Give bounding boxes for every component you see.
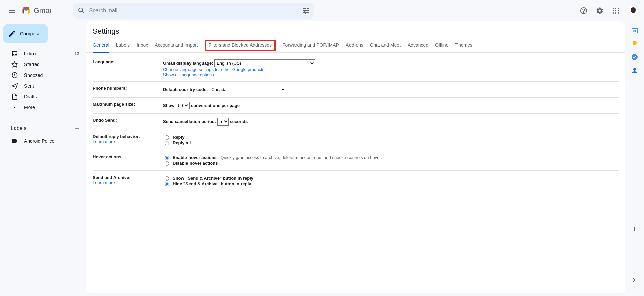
svg-point-8 bbox=[618, 12, 619, 14]
setting-label-undo: Undo Send: bbox=[93, 118, 163, 126]
setting-label-language: Language: bbox=[93, 59, 163, 77]
svg-point-11 bbox=[634, 10, 635, 11]
search-bar bbox=[73, 3, 314, 19]
plus-icon bbox=[74, 125, 80, 132]
header: Gmail bbox=[0, 0, 644, 21]
sidebar-item-sent[interactable]: Sent bbox=[3, 81, 83, 91]
tune-icon bbox=[302, 7, 310, 15]
svg-point-10 bbox=[632, 10, 633, 11]
contacts-app[interactable] bbox=[631, 67, 638, 74]
star-icon bbox=[11, 61, 18, 68]
undo-suffix: seconds bbox=[230, 119, 248, 124]
help-icon bbox=[580, 7, 588, 15]
settings-body[interactable]: Language: Gmail display language: Englis… bbox=[86, 53, 625, 293]
tab-add-ons[interactable]: Add-ons bbox=[346, 40, 363, 52]
show-all-languages-link[interactable]: Show all language options bbox=[163, 72, 214, 77]
sidebar-item-starred[interactable]: Starred bbox=[3, 59, 83, 70]
hover-radio-enable[interactable]: Enable hover actions - Quickly gain acce… bbox=[163, 155, 619, 160]
calendar-icon: 31 bbox=[631, 27, 638, 34]
sidebar: Compose Inbox12StarredSnoozedSentDraftsM… bbox=[0, 21, 86, 296]
sidebar-item-drafts[interactable]: Drafts bbox=[3, 91, 83, 102]
svg-point-5 bbox=[618, 10, 619, 11]
search-button[interactable] bbox=[75, 4, 88, 17]
undo-period-select[interactable]: 5 bbox=[217, 118, 229, 126]
search-input[interactable] bbox=[88, 7, 299, 14]
more-icon bbox=[11, 104, 18, 111]
get-addons-button[interactable] bbox=[628, 222, 641, 236]
svg-point-17 bbox=[632, 54, 638, 60]
gmail-icon bbox=[21, 6, 31, 15]
country-code-select[interactable]: Canada bbox=[209, 86, 286, 93]
draft-icon bbox=[11, 93, 18, 100]
sidebar-item-label: Starred bbox=[24, 62, 79, 67]
setting-reply: Default reply behavior: Learn more Reply… bbox=[93, 130, 619, 150]
settings-panel: Settings GeneralLabelsInboxAccounts and … bbox=[86, 21, 625, 293]
country-code-label: Default country code: bbox=[163, 87, 208, 92]
contacts-icon bbox=[631, 67, 638, 74]
keep-icon bbox=[631, 40, 638, 47]
svg-point-6 bbox=[613, 12, 614, 14]
plus-icon bbox=[631, 225, 639, 233]
calendar-app[interactable]: 31 bbox=[631, 27, 638, 34]
page-size-select[interactable]: 50 bbox=[176, 102, 190, 109]
sidebar-item-label: Inbox bbox=[24, 51, 69, 56]
gmail-logo[interactable]: Gmail bbox=[21, 6, 53, 15]
hide-side-panel-button[interactable] bbox=[627, 273, 641, 287]
reply-learn-more[interactable]: Learn more bbox=[93, 139, 163, 144]
hover-radio-disable[interactable]: Disable hover actions bbox=[163, 161, 619, 166]
reply-radio-reply[interactable]: Reply bbox=[163, 135, 619, 140]
reply-radio-reply-all[interactable]: Reply all bbox=[163, 140, 619, 145]
sidebar-item-snoozed[interactable]: Snoozed bbox=[3, 70, 83, 81]
compose-button[interactable]: Compose bbox=[3, 24, 48, 43]
svg-point-1 bbox=[615, 8, 616, 9]
tab-general[interactable]: General bbox=[93, 40, 109, 53]
send-archive-radio-show[interactable]: Show "Send & Archive" button in reply bbox=[163, 176, 619, 181]
send-archive-learn-more[interactable]: Learn more bbox=[93, 180, 163, 185]
tasks-app[interactable] bbox=[631, 54, 638, 60]
tab-labels[interactable]: Labels bbox=[116, 40, 130, 52]
hamburger-icon bbox=[8, 7, 16, 15]
setting-phone: Phone numbers: Default country code: Can… bbox=[93, 82, 619, 98]
labels-header: Labels bbox=[3, 121, 86, 136]
search-icon bbox=[77, 7, 86, 15]
tab-offline[interactable]: Offline bbox=[435, 40, 448, 52]
setting-label-page-size: Maximum page size: bbox=[93, 102, 163, 109]
settings-button[interactable] bbox=[593, 4, 606, 17]
tab-accounts-and-import[interactable]: Accounts and Import bbox=[155, 40, 198, 52]
svg-point-18 bbox=[633, 68, 636, 71]
tab-advanced[interactable]: Advanced bbox=[408, 40, 428, 52]
pencil-icon bbox=[8, 30, 16, 38]
setting-undo: Undo Send: Send cancellation period: 5 s… bbox=[93, 114, 619, 130]
tasks-icon bbox=[631, 54, 638, 60]
label-icon bbox=[11, 138, 18, 144]
account-avatar[interactable] bbox=[628, 5, 639, 16]
clock-icon bbox=[11, 72, 18, 79]
add-label-button[interactable] bbox=[72, 124, 82, 133]
tab-filters-and-blocked-addresses[interactable]: Filters and Blocked Addresses bbox=[205, 40, 276, 51]
sidebar-item-label: More bbox=[24, 105, 79, 110]
svg-point-7 bbox=[615, 12, 616, 14]
apps-button[interactable] bbox=[609, 4, 623, 17]
language-select[interactable]: English (US) bbox=[214, 59, 315, 67]
setting-hover: Hover actions: Enable hover actions - Qu… bbox=[93, 150, 619, 171]
labels-header-text: Labels bbox=[11, 125, 72, 131]
tab-themes[interactable]: Themes bbox=[455, 40, 472, 52]
search-options-button[interactable] bbox=[299, 4, 312, 17]
header-right bbox=[577, 4, 639, 17]
svg-text:31: 31 bbox=[633, 29, 636, 32]
tab-forwarding-and-popimap[interactable]: Forwarding and POP/IMAP bbox=[282, 40, 339, 52]
main-menu-button[interactable] bbox=[4, 3, 20, 19]
settings-title: Settings bbox=[86, 21, 625, 37]
send-archive-radio-hide[interactable]: Hide "Send & Archive" button in reply bbox=[163, 181, 619, 186]
tab-inbox[interactable]: Inbox bbox=[137, 40, 148, 52]
change-language-link[interactable]: Change language settings for other Googl… bbox=[163, 67, 264, 72]
setting-send-archive: Send and Archive: Learn more Show "Send … bbox=[93, 171, 619, 191]
sidebar-item-inbox[interactable]: Inbox12 bbox=[3, 48, 83, 59]
setting-label-hover: Hover actions: bbox=[93, 154, 163, 166]
keep-app[interactable] bbox=[631, 40, 638, 47]
support-button[interactable] bbox=[577, 4, 590, 17]
label-item[interactable]: Android Police bbox=[3, 136, 83, 146]
sidebar-item-more[interactable]: More bbox=[3, 102, 83, 113]
setting-language: Language: Gmail display language: Englis… bbox=[93, 55, 619, 82]
tab-chat-and-meet[interactable]: Chat and Meet bbox=[370, 40, 401, 52]
